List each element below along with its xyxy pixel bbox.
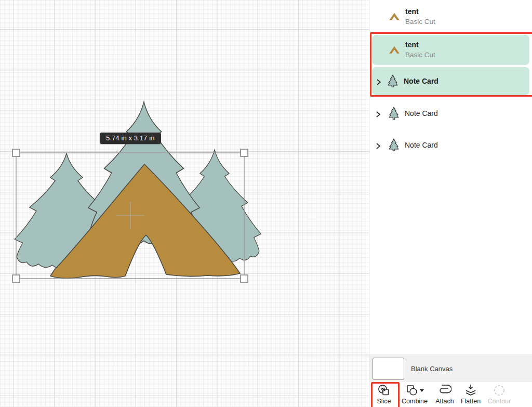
layers-panel: tent Basic Cut tent Basic Cut Note Card	[369, 0, 532, 407]
layer-group-note-card-3[interactable]: Note Card	[369, 133, 532, 157]
blank-canvas-label: Blank Canvas	[411, 365, 453, 373]
layer-item-tent-1[interactable]: tent Basic Cut	[369, 3, 532, 30]
resize-handle-bottom-right[interactable]	[241, 275, 248, 282]
contour-button: Contour	[485, 383, 513, 407]
blank-canvas-swatch[interactable]	[373, 358, 404, 380]
layer-group-note-card-2[interactable]: Note Card	[369, 101, 532, 126]
contour-icon	[493, 384, 506, 397]
layer-name: Note Card	[404, 76, 438, 86]
blank-canvas-section: Blank Canvas	[369, 355, 532, 383]
flatten-button[interactable]: Flatten	[458, 383, 484, 407]
combine-icon	[406, 384, 418, 397]
attach-label: Attach	[435, 398, 454, 405]
flatten-label: Flatten	[461, 398, 481, 405]
layer-name: tent	[405, 6, 435, 17]
layer-type: Basic Cut	[405, 17, 435, 27]
layer-group-note-card-1-highlighted[interactable]: Note Card	[372, 67, 529, 95]
combine-dropdown-caret-icon[interactable]	[420, 389, 424, 392]
attach-button[interactable]: Attach	[433, 383, 457, 407]
chevron-right-icon[interactable]	[375, 110, 381, 116]
contour-label: Contour	[488, 398, 511, 405]
resize-handle-top-right[interactable]	[241, 149, 248, 156]
tree-icon	[387, 73, 399, 89]
selection-size-tooltip: 5.74 in x 3.17 in	[100, 133, 161, 144]
layer-type: Basic Cut	[405, 50, 435, 60]
tent-icon	[388, 9, 401, 24]
chevron-right-icon[interactable]	[376, 78, 382, 84]
tent-icon	[388, 42, 401, 58]
slice-label: Slice	[377, 398, 391, 405]
canvas-artwork	[0, 0, 369, 407]
tree-icon	[388, 106, 400, 121]
combine-button[interactable]: Combine	[399, 383, 430, 407]
layer-item-tent-2-highlighted[interactable]: tent Basic Cut	[372, 35, 529, 65]
layer-name: tent	[405, 40, 435, 50]
slice-button[interactable]: Slice	[371, 383, 396, 407]
combine-label: Combine	[402, 398, 428, 405]
flatten-icon	[464, 384, 477, 397]
attach-icon	[438, 384, 451, 397]
slice-icon	[378, 384, 390, 397]
chevron-right-icon[interactable]	[375, 142, 381, 148]
design-canvas[interactable]: 5.74 in x 3.17 in	[0, 0, 369, 407]
resize-handle-top-left[interactable]	[12, 149, 20, 156]
layer-name: Note Card	[405, 140, 438, 150]
tree-icon	[388, 137, 400, 153]
layers-toolbar: Slice Combine	[369, 382, 532, 407]
resize-handle-bottom-left[interactable]	[12, 275, 20, 282]
cricut-design-space-app: 5.74 in x 3.17 in tent Basic Cut tent Ba…	[0, 0, 532, 407]
layer-name: Note Card	[405, 108, 438, 119]
